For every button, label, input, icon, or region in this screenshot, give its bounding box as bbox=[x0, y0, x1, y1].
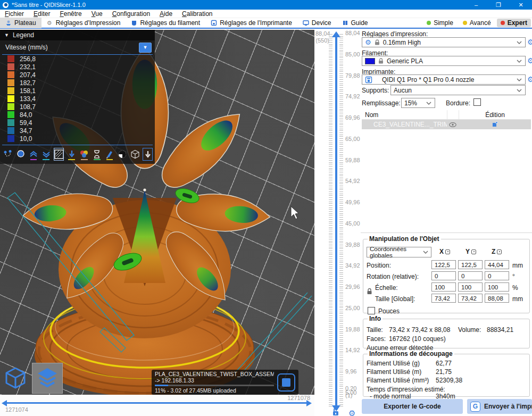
position-label: Position: bbox=[367, 262, 391, 269]
print-settings-value: 0.16mm High bbox=[383, 39, 513, 46]
travel-moves-icon[interactable] bbox=[3, 148, 13, 161]
menu-vue[interactable]: Vue bbox=[87, 10, 107, 18]
3d-viewport[interactable]: ▼ Legend Vitesse (mm/s) ▼ 256,8 232,1 20… bbox=[0, 30, 314, 395]
minimize-button[interactable]: – bbox=[465, 0, 487, 10]
unretractions-icon[interactable] bbox=[143, 148, 153, 161]
printer-icon bbox=[365, 76, 372, 84]
close-button[interactable]: ✕ bbox=[510, 0, 532, 10]
chevrons-up-icon[interactable] bbox=[29, 148, 39, 161]
menu-aide[interactable]: Aide bbox=[155, 10, 177, 18]
position-x-input[interactable]: 122,5 bbox=[431, 260, 456, 269]
wireframe-box-icon[interactable] bbox=[130, 148, 140, 161]
supports-combo[interactable]: Aucun bbox=[390, 85, 526, 95]
lock-icon[interactable] bbox=[332, 407, 339, 416]
edit-printer-gear-icon[interactable]: ⚙ bbox=[527, 75, 532, 84]
3d-view-button[interactable] bbox=[0, 363, 31, 394]
gcode-slider-track[interactable] bbox=[6, 402, 306, 404]
filament-combo[interactable]: Generic PLA bbox=[362, 56, 526, 66]
scale-y-input[interactable]: 100 bbox=[458, 282, 483, 292]
gcode-slider-right-handle[interactable] bbox=[306, 400, 312, 406]
inches-checkbox[interactable] bbox=[368, 307, 375, 314]
legend-view-label: Vitesse (mm/s) bbox=[5, 44, 48, 51]
tab-device[interactable]: Device bbox=[297, 18, 337, 28]
uniform-scale-lock-icon[interactable] bbox=[367, 288, 372, 295]
layers-view-button[interactable] bbox=[32, 363, 63, 394]
size-x-input[interactable]: 73,42 bbox=[431, 294, 456, 303]
position-z-input[interactable]: 44,04 bbox=[485, 260, 509, 269]
legend-header[interactable]: ▼ Legend bbox=[0, 30, 155, 40]
panel-separator bbox=[361, 232, 532, 233]
position-y-input[interactable]: 122,5 bbox=[458, 260, 483, 269]
rotation-z-input[interactable]: 0 bbox=[485, 271, 509, 280]
supports-value: Aucun bbox=[394, 87, 513, 94]
size-z-input[interactable]: 88,08 bbox=[485, 294, 509, 303]
layer-slider-track[interactable] bbox=[335, 37, 337, 405]
cancel-upload-button[interactable] bbox=[277, 373, 295, 392]
speed-scale: 256,8 232,1 207,4 182,7 158,1 133,4 108,… bbox=[0, 55, 155, 143]
slider-settings-gear-icon[interactable]: ⚙ bbox=[348, 409, 355, 416]
color-swatch bbox=[7, 127, 14, 134]
tab-print-settings[interactable]: ⚙ Réglages d'Impression bbox=[41, 18, 126, 28]
edit-print-settings-gear-icon[interactable]: ⚙ bbox=[527, 38, 532, 46]
mouse-cursor bbox=[291, 206, 298, 219]
menu-calibration[interactable]: Calibration bbox=[177, 10, 217, 18]
chevrons-down-icon[interactable] bbox=[41, 148, 51, 161]
supports-label: Supports: bbox=[362, 87, 389, 94]
color-changes-icon[interactable] bbox=[16, 148, 26, 161]
send-to-printer-button[interactable]: G Envoyer à l'imprimante bbox=[467, 399, 532, 414]
object-row[interactable]: CE3_VALENTINE..._TRIM_TABS.stl bbox=[362, 120, 531, 129]
coordinates-dropdown[interactable]: Coordonnées globales bbox=[367, 247, 431, 257]
mode-avance[interactable]: Avancé bbox=[459, 19, 495, 27]
printer-value: QIDI Q1 Pro * Q1 Pro 0.4 nozzle bbox=[376, 76, 513, 84]
tab-filament-settings[interactable]: Réglages du filament bbox=[126, 18, 205, 28]
axis-y-header: Y bbox=[466, 248, 476, 255]
tab-printer-settings[interactable]: Réglages de l'Imprimante bbox=[205, 18, 297, 28]
restore-button[interactable]: ❐ bbox=[487, 0, 510, 10]
upload-progressbar bbox=[155, 385, 274, 386]
visibility-eye-icon[interactable] bbox=[447, 122, 459, 127]
brim-checkbox[interactable] bbox=[473, 98, 481, 106]
sliced-info-box: Informations de découpage Filament Utili… bbox=[363, 350, 530, 397]
size-y-input[interactable]: 73,42 bbox=[458, 294, 483, 303]
menu-editer[interactable]: Editer bbox=[29, 10, 55, 18]
tab-bar: Plateau ⚙ Réglages d'Impression Réglages… bbox=[0, 18, 532, 29]
edit-filament-gear-icon[interactable]: ⚙ bbox=[527, 56, 532, 65]
color-swatch bbox=[7, 87, 14, 94]
mode-simple[interactable]: Simple bbox=[423, 19, 457, 27]
filament-m-value: 21,75 bbox=[436, 368, 452, 376]
scale-x-input[interactable]: 100 bbox=[431, 282, 456, 292]
legend-colors-icon[interactable] bbox=[117, 148, 127, 161]
view-type-dropdown[interactable]: ▼ bbox=[139, 43, 152, 53]
menu-fichier[interactable]: Fichier bbox=[0, 10, 29, 18]
rotation-y-input[interactable]: 0 bbox=[458, 271, 483, 280]
object-list: Nom Édition CE3_VALENTINE..._TRIM_TABS.s… bbox=[362, 110, 531, 129]
seams-icon[interactable] bbox=[105, 148, 115, 161]
export-gcode-button[interactable]: Exporter le G-code bbox=[362, 399, 463, 414]
column-name: Nom bbox=[362, 111, 447, 119]
gcode-slider-left-handle[interactable] bbox=[2, 400, 7, 406]
retractions-icon[interactable] bbox=[66, 148, 77, 161]
infill-combo[interactable]: 15% bbox=[401, 98, 435, 108]
menu-fenetre[interactable]: Fenêtre bbox=[55, 10, 86, 18]
size-info-label: Taille: bbox=[367, 326, 383, 334]
menu-configuration[interactable]: Configuration bbox=[107, 10, 155, 18]
brim-label: Bordure: bbox=[446, 99, 470, 107]
estimated-time-icon[interactable] bbox=[92, 148, 102, 161]
scale-z-input[interactable]: 100 bbox=[485, 282, 509, 292]
color-swatch bbox=[7, 79, 14, 86]
tab-plateau[interactable]: Plateau bbox=[0, 18, 41, 28]
print-settings-combo[interactable]: ⚙ 0.16mm High bbox=[362, 37, 526, 47]
scale-row: 59,4 bbox=[0, 119, 155, 127]
filament-color-swatch bbox=[365, 58, 375, 64]
scale-row: 10,0 bbox=[0, 135, 155, 143]
edit-object-icon[interactable] bbox=[459, 121, 531, 128]
guide-icon bbox=[342, 20, 348, 26]
rotation-x-input[interactable]: 0 bbox=[431, 271, 456, 280]
printer-combo[interactable]: QIDI Q1 Pro * Q1 Pro 0.4 nozzle bbox=[362, 74, 526, 85]
layer-top-index: (550) bbox=[315, 37, 329, 44]
axis-fix-icon bbox=[497, 249, 502, 254]
pattern-toggle-icon[interactable] bbox=[54, 148, 64, 161]
tool-colors-icon[interactable] bbox=[79, 148, 89, 161]
mode-expert[interactable]: Expert bbox=[497, 19, 531, 27]
tab-guide[interactable]: Guide bbox=[337, 18, 373, 28]
